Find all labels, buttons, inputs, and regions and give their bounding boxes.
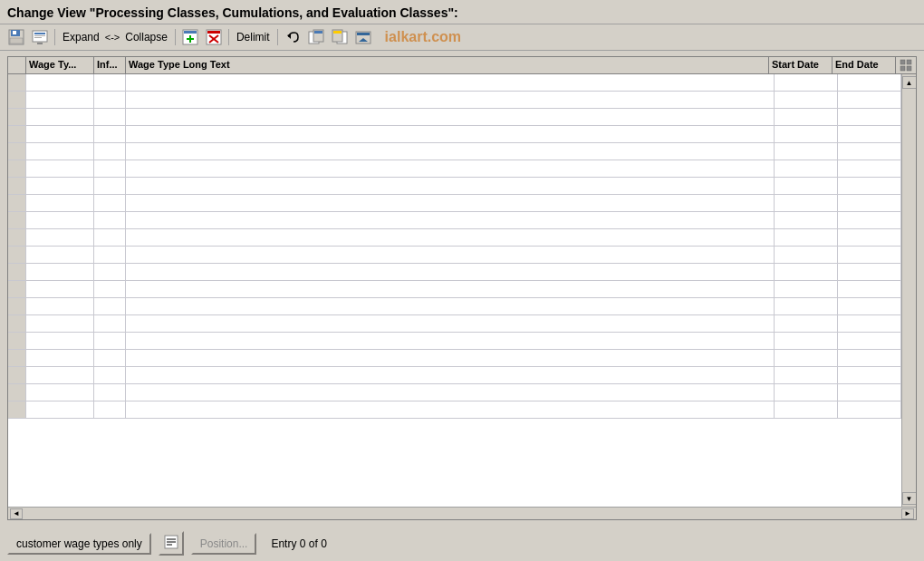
table-row[interactable]: [8, 401, 901, 419]
cell-long-text: [126, 350, 775, 366]
table-row[interactable]: [8, 367, 901, 384]
row-selector: [8, 92, 26, 108]
new-entry-button[interactable]: [179, 27, 201, 47]
table-row[interactable]: [8, 281, 901, 298]
cell-start-date: [775, 195, 838, 211]
row-selector: [8, 195, 26, 211]
cell-wage-type: [26, 247, 94, 263]
cell-inf: [94, 247, 126, 263]
cell-long-text: [126, 367, 775, 383]
row-selector: [8, 247, 26, 263]
cell-inf: [94, 367, 126, 383]
table-row[interactable]: [8, 298, 901, 315]
svg-rect-3: [10, 38, 23, 44]
cell-end-date: [838, 74, 901, 91]
svg-rect-10: [184, 31, 197, 34]
move-button[interactable]: [352, 27, 374, 47]
copy-from-button[interactable]: [305, 27, 327, 47]
cell-inf: [94, 264, 126, 280]
cell-inf: [94, 74, 126, 91]
cell-inf: [94, 212, 126, 228]
table-row[interactable]: [8, 384, 901, 401]
table-row[interactable]: [8, 264, 901, 281]
cell-start-date: [775, 109, 838, 125]
cell-long-text: [126, 178, 775, 194]
table-row[interactable]: [8, 229, 901, 247]
table-row[interactable]: [8, 109, 901, 126]
display-icon: [32, 29, 48, 45]
position-icon-button[interactable]: [159, 531, 184, 556]
row-selector: [8, 350, 26, 366]
table-row[interactable]: [8, 143, 901, 160]
customer-wage-types-button[interactable]: customer wage types only: [7, 533, 151, 555]
copy-to-icon: [332, 29, 348, 45]
table-row[interactable]: [8, 350, 901, 367]
table-row[interactable]: [8, 92, 901, 109]
row-selector: [8, 333, 26, 349]
move-icon: [355, 29, 371, 45]
cell-end-date: [838, 333, 901, 349]
settings-icon: [900, 59, 912, 72]
cell-inf: [94, 126, 126, 142]
table-row[interactable]: [8, 126, 901, 143]
table-row[interactable]: [8, 195, 901, 212]
table-body[interactable]: [8, 74, 901, 507]
display-button[interactable]: [29, 27, 51, 47]
copy-to-button[interactable]: [329, 27, 351, 47]
separator-2: [175, 29, 176, 45]
cell-start-date: [775, 212, 838, 228]
delete-button[interactable]: [203, 27, 225, 47]
table-row[interactable]: [8, 247, 901, 264]
table-row[interactable]: [8, 315, 901, 333]
cell-long-text: [126, 92, 775, 108]
cell-start-date: [775, 384, 838, 401]
horizontal-scroll-area: ◄ ►: [8, 507, 916, 519]
save-button[interactable]: [5, 27, 27, 47]
row-selector: [8, 212, 26, 228]
cell-start-date: [775, 92, 838, 108]
cell-inf: [94, 315, 126, 332]
scroll-up-button[interactable]: ▲: [902, 76, 917, 89]
scroll-down-button[interactable]: ▼: [902, 492, 917, 505]
cell-start-date: [775, 160, 838, 177]
row-selector: [8, 264, 26, 280]
svg-rect-25: [357, 33, 370, 35]
position-button[interactable]: Position...: [191, 533, 257, 555]
separator-1: [54, 29, 55, 45]
cell-long-text: [126, 160, 775, 177]
col-settings-button[interactable]: [896, 57, 916, 73]
table-container: Wage Ty... Inf... Wage Type Long Text St…: [7, 56, 917, 520]
table-header: Wage Ty... Inf... Wage Type Long Text St…: [8, 57, 916, 74]
cell-inf: [94, 298, 126, 314]
row-selector: [8, 109, 26, 125]
cell-wage-type: [26, 264, 94, 280]
cell-start-date: [775, 315, 838, 332]
table-row[interactable]: [8, 178, 901, 195]
row-selector: [8, 229, 26, 246]
expand-button[interactable]: Expand: [59, 29, 103, 45]
cell-start-date: [775, 333, 838, 349]
cell-wage-type: [26, 195, 94, 211]
cell-wage-type: [26, 109, 94, 125]
scroll-left-button[interactable]: ◄: [10, 508, 23, 519]
cell-wage-type: [26, 367, 94, 383]
table-row[interactable]: [8, 212, 901, 229]
cell-end-date: [838, 109, 901, 125]
table-row[interactable]: [8, 160, 901, 178]
undo-button[interactable]: [282, 27, 303, 47]
delimit-button[interactable]: Delimit: [233, 29, 274, 45]
cell-wage-type: [26, 298, 94, 314]
position-icon: [164, 535, 178, 549]
scroll-right-button[interactable]: ►: [901, 508, 914, 519]
svg-rect-29: [900, 66, 905, 71]
cell-long-text: [126, 315, 775, 332]
cell-inf: [94, 109, 126, 125]
collapse-button[interactable]: Collapse: [121, 29, 171, 45]
table-row[interactable]: [8, 74, 901, 92]
cell-start-date: [775, 126, 838, 142]
cell-end-date: [838, 247, 901, 263]
col-header-wage-type: Wage Ty...: [26, 57, 94, 73]
table-row[interactable]: [8, 333, 901, 350]
cell-long-text: [126, 212, 775, 228]
cell-long-text: [126, 195, 775, 211]
